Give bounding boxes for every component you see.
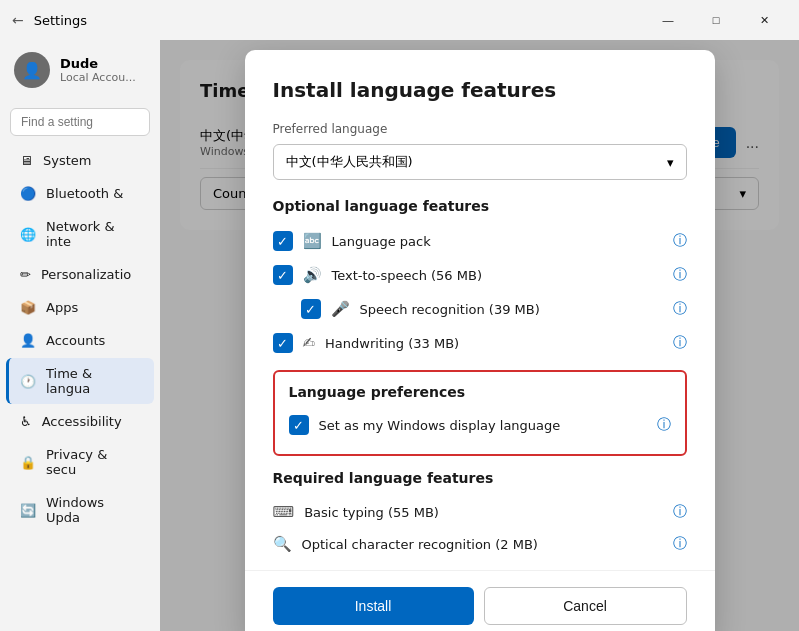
feature-row-handwriting: ✓ ✍ Handwriting (33 MB) ⓘ: [273, 326, 687, 360]
lang-pack-label: Language pack: [332, 234, 663, 249]
sidebar-label-apps: Apps: [46, 300, 78, 315]
sidebar-label-accounts: Accounts: [46, 333, 105, 348]
tts-label: Text-to-speech (56 MB): [332, 268, 663, 283]
basic-typing-icon: ⌨️: [273, 503, 295, 521]
sidebar-label-update: Windows Upda: [46, 495, 140, 525]
feature-row-tts: ✓ 🔊 Text-to-speech (56 MB) ⓘ: [273, 258, 687, 292]
feature-row-ocr: 🔍 Optical character recognition (2 MB) ⓘ: [273, 528, 687, 560]
user-profile: 👤 Dude Local Accou...: [0, 40, 160, 100]
sidebar-item-accessibility[interactable]: ♿ Accessibility: [6, 406, 154, 437]
install-button[interactable]: Install: [273, 587, 474, 625]
sidebar-label-time: Time & langua: [46, 366, 140, 396]
optional-section-heading: Optional language features: [273, 198, 687, 214]
speech-rec-icon: 🎤: [331, 300, 350, 318]
feature-row-display-lang: ✓ Set as my Windows display language ⓘ: [289, 408, 671, 442]
install-language-dialog: Install language features Preferred lang…: [245, 50, 715, 631]
sidebar-item-network[interactable]: 🌐 Network & inte: [6, 211, 154, 257]
info-icon-handwriting[interactable]: ⓘ: [673, 334, 687, 352]
system-icon: 🖥: [20, 153, 33, 168]
info-icon-display-lang[interactable]: ⓘ: [657, 416, 671, 434]
feature-row-lang-pack: ✓ 🔤 Language pack ⓘ: [273, 224, 687, 258]
feature-row-basic-typing: ⌨️ Basic typing (55 MB) ⓘ: [273, 496, 687, 528]
checkbox-lang-pack[interactable]: ✓: [273, 231, 293, 251]
sidebar-label-accessibility: Accessibility: [42, 414, 122, 429]
basic-typing-label: Basic typing (55 MB): [304, 505, 662, 520]
lang-pref-title: Language preferences: [289, 384, 671, 400]
close-button[interactable]: ✕: [741, 4, 787, 36]
sidebar-label-network: Network & inte: [46, 219, 140, 249]
dialog-footer: Install Cancel: [245, 570, 715, 631]
sidebar-item-windows-update[interactable]: 🔄 Windows Upda: [6, 487, 154, 533]
dialog-scroll-area[interactable]: Install language features Preferred lang…: [245, 50, 715, 570]
sidebar-label-system: System: [43, 153, 91, 168]
user-name: Dude: [60, 56, 136, 71]
avatar: 👤: [14, 52, 50, 88]
personalization-icon: ✏️: [20, 267, 31, 282]
info-icon-lang-pack[interactable]: ⓘ: [673, 232, 687, 250]
preferred-label: Preferred language: [273, 122, 687, 136]
update-icon: 🔄: [20, 503, 36, 518]
sidebar-item-apps[interactable]: 📦 Apps: [6, 292, 154, 323]
window-controls: — □ ✕: [645, 4, 787, 36]
preferred-language-dropdown[interactable]: 中文(中华人民共和国) ▾: [273, 144, 687, 180]
preferred-value: 中文(中华人民共和国): [286, 153, 413, 171]
chevron-down-icon: ▾: [667, 155, 674, 170]
apps-icon: 📦: [20, 300, 36, 315]
privacy-icon: 🔒: [20, 455, 36, 470]
search-input[interactable]: [10, 108, 150, 136]
right-content: Time & language 中文(中华人民共和国) Windows disp…: [160, 40, 799, 631]
sidebar-item-system[interactable]: 🖥 System: [6, 145, 154, 176]
settings-window: ← Settings — □ ✕ 👤 Dude Local Accou... 🖥…: [0, 0, 799, 631]
sidebar-label-privacy: Privacy & secu: [46, 447, 140, 477]
sidebar-item-accounts[interactable]: 👤 Accounts: [6, 325, 154, 356]
minimize-button[interactable]: —: [645, 4, 691, 36]
dialog-title: Install language features: [273, 78, 687, 102]
sidebar-label-bluetooth: Bluetooth &: [46, 186, 123, 201]
language-preferences-box: Language preferences ✓ Set as my Windows…: [273, 370, 687, 456]
lang-pack-icon: 🔤: [303, 232, 322, 250]
info-icon-ocr[interactable]: ⓘ: [673, 535, 687, 553]
feature-row-speech-rec: ✓ 🎤 Speech recognition (39 MB) ⓘ: [301, 292, 687, 326]
sidebar-item-time[interactable]: 🕐 Time & langua: [6, 358, 154, 404]
network-icon: 🌐: [20, 227, 36, 242]
time-icon: 🕐: [20, 374, 36, 389]
info-icon-tts[interactable]: ⓘ: [673, 266, 687, 284]
sidebar: 👤 Dude Local Accou... 🖥 System 🔵 Bluetoo…: [0, 40, 160, 631]
info-icon-speech-rec[interactable]: ⓘ: [673, 300, 687, 318]
checkbox-tts[interactable]: ✓: [273, 265, 293, 285]
accessibility-icon: ♿: [20, 414, 32, 429]
sidebar-item-personalization[interactable]: ✏️ Personalizatio: [6, 259, 154, 290]
back-icon[interactable]: ←: [12, 12, 24, 28]
required-section: Required language features ⌨️ Basic typi…: [273, 470, 687, 560]
maximize-button[interactable]: □: [693, 4, 739, 36]
sidebar-item-privacy[interactable]: 🔒 Privacy & secu: [6, 439, 154, 485]
accounts-icon: 👤: [20, 333, 36, 348]
modal-overlay: Install language features Preferred lang…: [160, 40, 799, 631]
bluetooth-icon: 🔵: [20, 186, 36, 201]
title-bar: ← Settings — □ ✕: [0, 0, 799, 40]
checkbox-display-lang[interactable]: ✓: [289, 415, 309, 435]
sidebar-item-bluetooth[interactable]: 🔵 Bluetooth &: [6, 178, 154, 209]
required-section-heading: Required language features: [273, 470, 687, 486]
ocr-label: Optical character recognition (2 MB): [302, 537, 663, 552]
tts-icon: 🔊: [303, 266, 322, 284]
main-area: 👤 Dude Local Accou... 🖥 System 🔵 Bluetoo…: [0, 40, 799, 631]
checkbox-handwriting[interactable]: ✓: [273, 333, 293, 353]
user-subtitle: Local Accou...: [60, 71, 136, 84]
handwriting-label: Handwriting (33 MB): [325, 336, 662, 351]
checkbox-speech-rec[interactable]: ✓: [301, 299, 321, 319]
display-lang-label: Set as my Windows display language: [319, 418, 647, 433]
window-title: Settings: [34, 13, 87, 28]
handwriting-icon: ✍: [303, 334, 316, 352]
info-icon-basic-typing[interactable]: ⓘ: [673, 503, 687, 521]
speech-rec-label: Speech recognition (39 MB): [360, 302, 663, 317]
ocr-icon: 🔍: [273, 535, 292, 553]
cancel-button[interactable]: Cancel: [484, 587, 687, 625]
sidebar-label-personalization: Personalizatio: [41, 267, 131, 282]
